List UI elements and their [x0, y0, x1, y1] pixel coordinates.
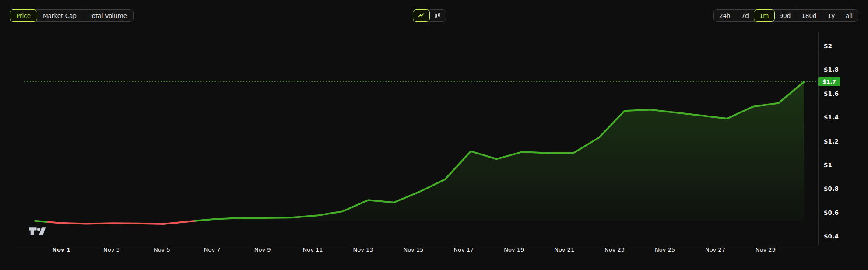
- x-axis-tick: Nov 15: [403, 246, 423, 253]
- x-axis-tick: Nov 23: [604, 246, 625, 253]
- y-axis-tick: $0.8: [824, 185, 865, 192]
- y-axis-tick: $0.6: [824, 209, 865, 216]
- x-axis-tick: Nov 19: [504, 246, 524, 253]
- y-axis-tick: $1.8: [824, 66, 865, 73]
- x-axis-tick: Nov 11: [303, 246, 323, 253]
- y-axis-tick: $1: [824, 161, 865, 168]
- x-axis-tick: Nov 1: [52, 246, 70, 253]
- y-axis-tick: $1.6: [824, 90, 865, 97]
- x-axis-tick: Nov 5: [154, 246, 170, 253]
- x-axis-tick: Nov 21: [554, 246, 574, 253]
- x-axis-tick: Nov 25: [655, 246, 675, 253]
- current-price-badge: $1.7: [818, 77, 840, 86]
- y-axis-tick: $2: [824, 42, 865, 49]
- x-axis-tick: Nov 7: [204, 246, 221, 253]
- x-axis-tick: Nov 27: [705, 246, 725, 253]
- tradingview-logo[interactable]: [29, 227, 47, 238]
- chart-line-down-segment: [46, 221, 195, 224]
- y-axis-tick: $1.4: [824, 114, 865, 121]
- x-axis-tick: Nov 3: [103, 246, 120, 253]
- x-axis-tick: Nov 17: [453, 246, 474, 253]
- chart-line-start-tip: [35, 221, 46, 222]
- x-axis-tick: Nov 9: [254, 246, 271, 253]
- x-axis-tick: Nov 29: [756, 246, 776, 253]
- price-chart[interactable]: [0, 0, 868, 270]
- x-axis-tick: Nov 13: [353, 246, 373, 253]
- y-axis-tick: $0.4: [824, 233, 865, 240]
- chart-area-fill: [195, 82, 804, 221]
- y-axis-tick: $1.2: [824, 138, 865, 145]
